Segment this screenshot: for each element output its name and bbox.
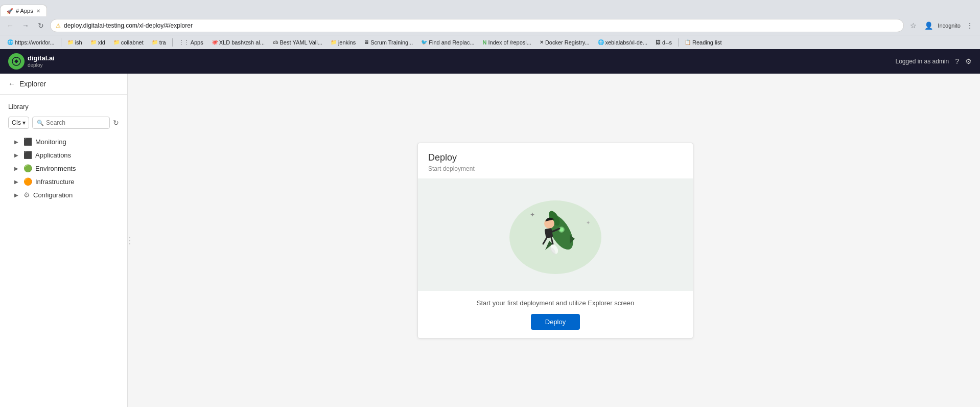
bookmark-label-jenkins: jenkins xyxy=(338,39,356,46)
tab-title: # Apps xyxy=(16,8,33,14)
logo-icon xyxy=(8,53,25,70)
tree-toggle-monitoring: ▶ xyxy=(14,139,20,145)
menu-button[interactable]: ⋮ xyxy=(964,19,976,32)
bookmark-label-dss: d--s xyxy=(662,39,672,46)
sidebar-item-infrastructure[interactable]: ▶ 🟠 Infrastructure xyxy=(8,175,119,188)
logo-svg xyxy=(11,56,21,66)
bookmark-find[interactable]: 🐦 Find and Replac... xyxy=(418,38,477,47)
browser-toolbar: ← → ↻ ⚠ deploy.digitalai-testing.com/xl-… xyxy=(0,16,980,35)
bookmark-index[interactable]: N Index of /reposi... xyxy=(480,38,534,47)
logged-in-text: Logged in as admin xyxy=(895,58,949,65)
sidebar-item-label-infrastructure: Infrastructure xyxy=(35,178,75,186)
bookmark-label-tra: tra xyxy=(159,39,166,46)
deploy-card-cta-text: Start your first deployment and utilize … xyxy=(428,299,683,307)
bookmark-icon-xld: 📁 xyxy=(90,39,97,45)
deploy-card-subtitle: Start deployment xyxy=(428,165,683,172)
bookmark-ish[interactable]: 📁 ish xyxy=(64,38,85,47)
bookmark-icon-jenkins: 📁 xyxy=(331,39,337,45)
bookmark-icon-apps: ⋮⋮ xyxy=(179,39,189,45)
bookmark-icon-ish: 📁 xyxy=(67,39,74,45)
bookmark-xebialabs[interactable]: 🌐 xebialabs/xl-de... xyxy=(595,38,651,47)
search-row: CIs ▾ 🔍 ↻ xyxy=(8,117,119,129)
bookmark-label-docker: Docker Registry... xyxy=(545,39,590,46)
bookmark-xld-bash[interactable]: 🐙 XLD bash/zsh al... xyxy=(208,38,268,47)
rocket-illustration-svg: ✦ ✦ xyxy=(494,184,617,286)
library-label: Library xyxy=(8,103,119,110)
tab-close-icon[interactable]: ✕ xyxy=(36,8,40,14)
sidebar-section: Library CIs ▾ 🔍 ↻ ▶ ⬛ Monitor xyxy=(0,95,127,206)
deploy-card-title: Deploy xyxy=(428,152,683,163)
bookmark-label-xebialabs: xebialabs/xl-de... xyxy=(605,39,648,46)
bookmark-icon-find: 🐦 xyxy=(421,39,427,45)
sidebar-title: Explorer xyxy=(19,80,46,88)
security-icon: ⚠ xyxy=(56,22,61,29)
search-input-wrapper: 🔍 xyxy=(32,117,110,129)
deploy-button[interactable]: Deploy xyxy=(531,314,580,330)
bookmark-workfor[interactable]: 🌐 https://workfor... xyxy=(4,38,58,47)
sidebar-header: ← Explorer xyxy=(0,74,127,95)
refresh-icon[interactable]: ↻ xyxy=(113,119,119,127)
top-nav-left: digital.ai deploy xyxy=(8,53,55,70)
active-tab[interactable]: 🚀 # Apps ✕ xyxy=(0,5,47,16)
url-text: deploy.digitalai-testing.com/xl-deploy/#… xyxy=(64,22,193,29)
bookmark-label-reading: Reading list xyxy=(692,39,721,46)
bookmark-docker[interactable]: ✕ Docker Registry... xyxy=(536,38,593,47)
resize-dot-3 xyxy=(129,243,130,244)
bookmark-star-button[interactable]: ☆ xyxy=(907,19,919,32)
search-type-dropdown[interactable]: CIs ▾ xyxy=(8,117,29,129)
logo-text: digital.ai xyxy=(28,55,55,62)
bookmark-tra[interactable]: 📁 tra xyxy=(149,38,169,47)
tree-toggle-applications: ▶ xyxy=(14,152,20,158)
sidebar-back-button[interactable]: ← xyxy=(8,80,15,88)
bookmark-scrum[interactable]: 🖥 Scrum Training... xyxy=(361,38,416,47)
applications-icon: ⬛ xyxy=(24,151,32,159)
svg-text:✦: ✦ xyxy=(530,211,535,218)
sidebar-item-monitoring[interactable]: ▶ ⬛ Monitoring xyxy=(8,135,119,148)
bookmark-yaml[interactable]: cb Best YAML Vali... xyxy=(270,38,325,47)
sidebar-item-label-monitoring: Monitoring xyxy=(35,138,66,146)
tree-toggle-configuration: ▶ xyxy=(14,192,20,198)
sidebar-item-label-environments: Environments xyxy=(35,165,76,172)
bookmark-icon-xebialabs: 🌐 xyxy=(598,39,604,45)
bookmark-jenkins[interactable]: 📁 jenkins xyxy=(328,38,359,47)
tree-toggle-infrastructure: ▶ xyxy=(14,179,20,185)
reload-button[interactable]: ↻ xyxy=(35,19,47,32)
resize-dot-1 xyxy=(129,237,130,238)
svg-text:✦: ✦ xyxy=(586,220,590,225)
settings-icon[interactable]: ⚙ xyxy=(965,57,972,65)
bookmark-dss[interactable]: 🖼 d--s xyxy=(652,38,675,47)
bookmark-label-index: Index of /reposi... xyxy=(488,39,531,46)
right-panel: Deploy Start deployment xyxy=(131,74,980,407)
search-input[interactable] xyxy=(46,119,105,126)
environments-icon: 🟢 xyxy=(24,164,32,172)
bookmark-icon-yaml: cb xyxy=(273,40,278,45)
bookmark-reading[interactable]: 📋 Reading list xyxy=(682,38,725,47)
bookmark-label-xld-bash: XLD bash/zsh al... xyxy=(219,39,265,46)
monitoring-icon: ⬛ xyxy=(24,138,32,146)
tab-favicon: 🚀 xyxy=(7,8,13,14)
top-nav-right: Logged in as admin ? ⚙ xyxy=(895,57,972,65)
sidebar-item-label-configuration: Configuration xyxy=(33,191,73,199)
sidebar-item-environments[interactable]: ▶ 🟢 Environments xyxy=(8,162,119,175)
bookmark-icon-reading: 📋 xyxy=(685,39,691,45)
user-profile-button[interactable]: 👤 xyxy=(922,19,935,32)
logo-sub: deploy xyxy=(28,62,55,68)
deploy-card-footer: Start your first deployment and utilize … xyxy=(418,291,693,338)
bookmark-label-apps: Apps xyxy=(191,39,203,46)
main-content: ← Explorer Library CIs ▾ 🔍 ↻ xyxy=(0,74,980,407)
bookmark-label-xld: xld xyxy=(98,39,105,46)
deploy-card-header: Deploy Start deployment xyxy=(418,143,693,178)
bookmark-apps[interactable]: ⋮⋮ Apps xyxy=(176,38,206,47)
deploy-card: Deploy Start deployment xyxy=(417,143,693,338)
bookmark-icon-collabnet: 📁 xyxy=(113,39,120,45)
forward-button[interactable]: → xyxy=(19,19,32,32)
bookmark-icon-docker: ✕ xyxy=(540,39,544,45)
back-button[interactable]: ← xyxy=(4,19,16,32)
address-bar[interactable]: ⚠ deploy.digitalai-testing.com/xl-deploy… xyxy=(50,19,904,32)
bookmark-xld[interactable]: 📁 xld xyxy=(87,38,108,47)
bookmark-collabnet[interactable]: 📁 collabnet xyxy=(110,38,147,47)
tree-toggle-environments: ▶ xyxy=(14,166,20,171)
help-icon[interactable]: ? xyxy=(955,57,959,65)
sidebar-item-applications[interactable]: ▶ ⬛ Applications xyxy=(8,148,119,162)
sidebar-item-configuration[interactable]: ▶ ⚙ Configuration xyxy=(8,188,119,201)
